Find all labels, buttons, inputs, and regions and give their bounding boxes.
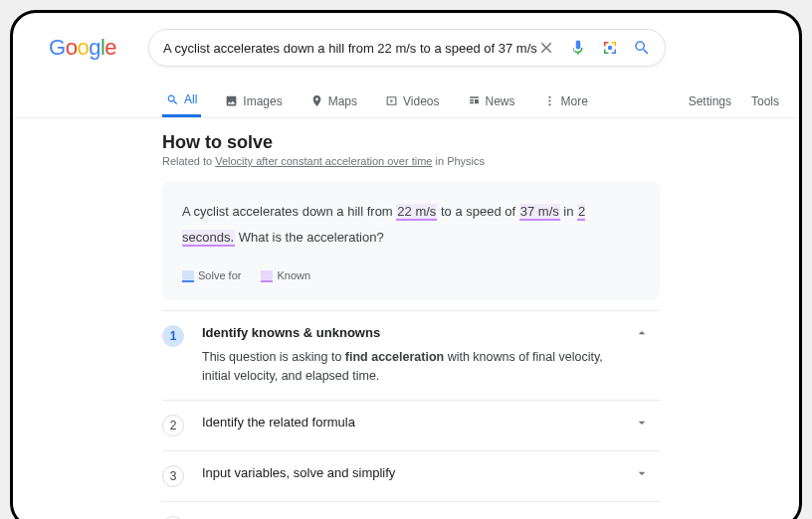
search-icon[interactable] [633,39,651,57]
step-2-number: 2 [162,415,184,436]
steps-list: 1 Identify knowns & unknowns This questi… [162,310,660,519]
legend-known: Known [261,264,310,286]
step-1-title: Identify knowns & unknowns [202,325,616,340]
results-content: How to solve Related to Velocity after c… [13,118,660,519]
svg-point-9 [548,96,550,98]
google-logo[interactable]: Google [49,35,116,61]
step-2-title: Identify the related formula [202,415,616,430]
known-swatch [261,270,273,282]
related-line: Related to Velocity after constant accel… [162,155,660,167]
step-1-number: 1 [162,325,184,347]
chevron-down-icon [634,465,654,485]
chevron-up-icon [634,325,654,345]
tab-news[interactable]: News [464,85,519,117]
step-1-desc: This question is asking to find accelera… [202,348,616,386]
lens-icon[interactable] [601,39,619,57]
tools-link[interactable]: Tools [751,94,779,108]
tab-all[interactable]: All [162,85,201,117]
svg-point-8 [608,46,613,51]
step-3-title: Input variables, solve and simplify [202,465,616,480]
tab-maps[interactable]: Maps [306,85,361,117]
svg-point-11 [548,103,550,105]
tabs-row: All Images Maps Videos News More Setting… [13,85,799,118]
solve-for-swatch [182,270,194,282]
legend-solve-for: Solve for [182,264,241,286]
top-bar: Google [13,29,799,67]
page: Google All [13,13,799,519]
step-3[interactable]: 3 Input variables, solve and simplify [162,450,660,501]
how-to-solve-title: How to solve [162,132,660,153]
svg-point-10 [548,99,550,101]
step-4-title: Check unit of measurement [202,516,616,520]
step-2[interactable]: 2 Identify the related formula [162,400,660,450]
step-4[interactable]: 4 Check unit of measurement [162,501,660,520]
related-link[interactable]: Velocity after constant acceleration ove… [215,155,432,167]
known-final-velocity: 37 m/s [519,204,560,221]
legend: Solve for Known [182,264,640,286]
search-icons [537,39,651,57]
mic-icon[interactable] [569,39,587,57]
clear-icon[interactable] [537,39,555,57]
step-4-number: 4 [162,516,184,520]
chevron-down-icon [634,415,654,434]
tab-images[interactable]: Images [221,85,286,117]
step-1[interactable]: 1 Identify knowns & unknowns This questi… [162,310,660,400]
known-initial-velocity: 22 m/s [396,204,437,221]
svg-rect-3 [615,42,617,47]
problem-text: A cyclist accelerates down a hill from 2… [182,199,640,251]
chevron-down-icon [634,516,654,520]
svg-rect-7 [615,50,617,55]
svg-rect-1 [604,42,606,47]
problem-card: A cyclist accelerates down a hill from 2… [162,181,660,300]
settings-link[interactable]: Settings [689,94,731,108]
step-3-number: 3 [162,465,184,487]
search-input[interactable] [163,41,537,56]
tab-videos[interactable]: Videos [381,85,443,117]
svg-rect-5 [604,50,606,55]
tab-more[interactable]: More [539,85,592,117]
device-frame: Google All [10,10,802,519]
search-bar[interactable] [148,29,666,67]
